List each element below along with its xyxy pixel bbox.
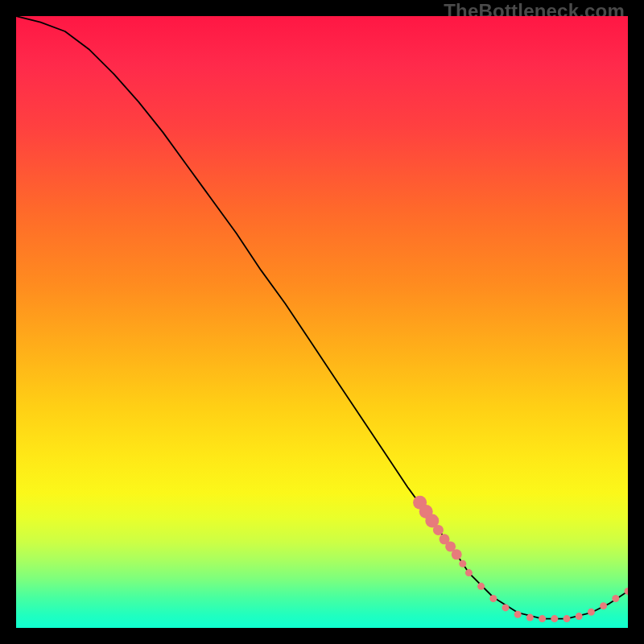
data-point [551,615,558,622]
plot-area [16,16,628,628]
data-point [477,583,485,590]
data-point [489,595,497,602]
data-point [514,611,522,618]
data-point [459,560,466,568]
chart-stage: TheBottleneck.com [0,0,644,644]
bottleneck-curve [16,16,628,619]
data-point [465,569,473,576]
data-point [612,595,619,602]
data-point [576,613,583,620]
data-point [433,525,444,535]
data-point [539,615,546,622]
data-point [526,614,534,621]
data-point [600,602,607,609]
data-point [588,609,595,616]
data-point [564,615,571,622]
data-point [452,549,462,559]
data-points [413,496,628,622]
data-point [502,604,510,611]
chart-svg [16,16,628,628]
